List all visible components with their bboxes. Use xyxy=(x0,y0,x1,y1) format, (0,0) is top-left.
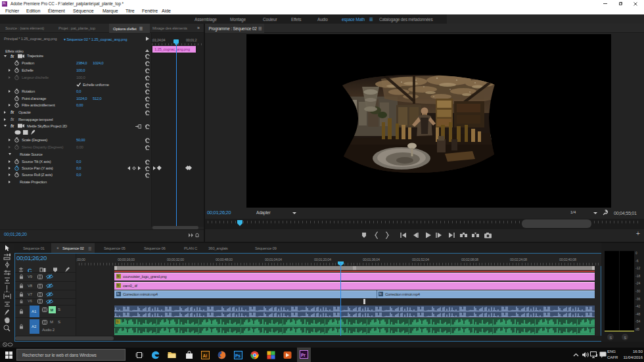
svg-text:C: C xyxy=(28,267,32,273)
